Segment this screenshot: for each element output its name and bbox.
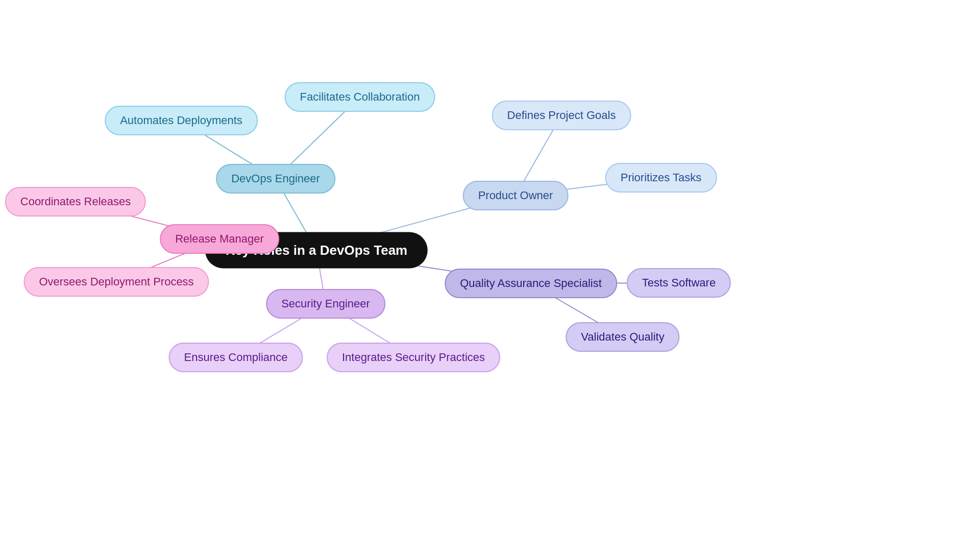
- devops-engineer-node: DevOps Engineer: [216, 164, 335, 194]
- ensures-compliance-node: Ensures Compliance: [169, 343, 303, 372]
- product-owner-node: Product Owner: [463, 181, 569, 210]
- facilitates-collaboration-node: Facilitates Collaboration: [285, 82, 435, 112]
- tests-software-node: Tests Software: [627, 268, 731, 298]
- security-engineer-node: Security Engineer: [266, 289, 385, 319]
- qa-specialist-node: Quality Assurance Specialist: [445, 269, 617, 298]
- integrates-security-node: Integrates Security Practices: [327, 343, 500, 372]
- release-manager-node: Release Manager: [160, 224, 279, 254]
- validates-quality-node: Validates Quality: [566, 322, 679, 352]
- prioritizes-tasks-node: Prioritizes Tasks: [605, 163, 717, 193]
- defines-project-goals-node: Defines Project Goals: [492, 101, 631, 130]
- coordinates-releases-node: Coordinates Releases: [5, 187, 146, 217]
- oversees-deployment-node: Oversees Deployment Process: [23, 267, 209, 297]
- automates-deployments-node: Automates Deployments: [105, 106, 258, 135]
